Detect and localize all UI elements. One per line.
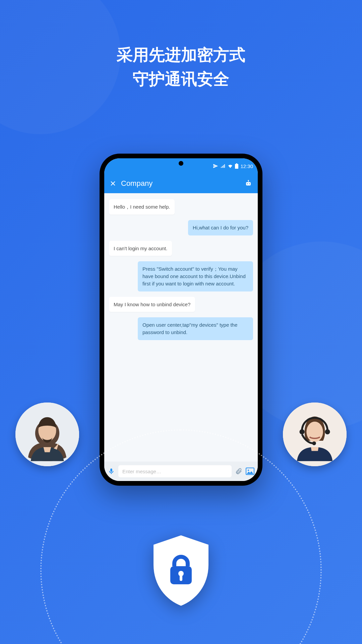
headline-line2: 守护通讯安全 [0, 67, 362, 91]
chat-bubble: Open user center,tap"my devices" type th… [138, 317, 253, 340]
chat-area: Hello，I need some help.Hi,what can I do … [104, 193, 258, 462]
svg-rect-1 [236, 163, 237, 164]
chat-bubble: Hello，I need some help. [109, 199, 175, 215]
svg-rect-0 [235, 164, 238, 169]
svg-point-14 [325, 429, 330, 434]
paper-plane-icon [213, 163, 218, 169]
chat-titlebar: Company [104, 174, 258, 193]
headline: 采用先进加密方式 守护通讯安全 [0, 43, 362, 91]
male-user-avatar [15, 402, 79, 466]
chat-bubble: May I know how to unbind device? [109, 297, 195, 312]
headline-line1: 采用先进加密方式 [0, 43, 362, 67]
chat-bubble: I can't login my account. [109, 241, 172, 256]
battery-icon [235, 163, 238, 169]
svg-point-13 [299, 429, 304, 434]
female-agent-headset-avatar [283, 402, 347, 466]
svg-point-15 [312, 441, 316, 445]
status-bar: 12:30 [104, 158, 258, 174]
svg-point-4 [249, 183, 250, 184]
robot-icon[interactable] [244, 179, 252, 187]
svg-rect-2 [246, 182, 251, 185]
chat-title: Company [121, 179, 153, 188]
signal-icon [220, 163, 226, 169]
close-icon[interactable] [110, 180, 116, 187]
chat-bubble: Press "Switch account" to verify；You may… [138, 261, 253, 291]
svg-rect-18 [180, 575, 182, 581]
camera-punch-hole [179, 161, 183, 166]
svg-point-6 [248, 180, 249, 181]
wifi-icon [228, 163, 233, 169]
shield-lock-icon [149, 533, 213, 607]
status-time: 12:30 [240, 163, 253, 169]
svg-point-3 [247, 183, 248, 184]
chat-bubble: Hi,what can I do for you? [188, 220, 253, 235]
